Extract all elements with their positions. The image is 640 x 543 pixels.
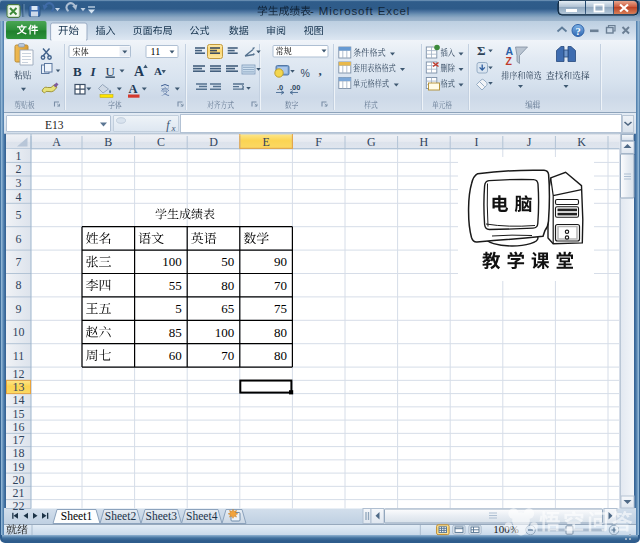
svg-text:K: K bbox=[577, 135, 586, 149]
svg-text:E13: E13 bbox=[45, 119, 64, 131]
svg-text:3: 3 bbox=[16, 176, 22, 190]
svg-text:A: A bbox=[52, 135, 61, 149]
svg-text:15: 15 bbox=[13, 407, 25, 421]
svg-text:100: 100 bbox=[215, 325, 235, 340]
svg-text:5: 5 bbox=[16, 208, 22, 222]
svg-text:D: D bbox=[209, 135, 218, 149]
svg-text:12: 12 bbox=[13, 367, 25, 381]
svg-text:1: 1 bbox=[16, 149, 22, 163]
svg-text:17: 17 bbox=[13, 433, 25, 447]
svg-text:B: B bbox=[73, 64, 82, 79]
svg-text:6: 6 bbox=[16, 232, 22, 246]
svg-text:E: E bbox=[262, 135, 269, 149]
svg-text:Sheet1: Sheet1 bbox=[61, 510, 93, 522]
svg-text:55: 55 bbox=[169, 278, 182, 293]
svg-text:I: I bbox=[475, 135, 479, 149]
svg-text:B: B bbox=[104, 135, 112, 149]
svg-text:80: 80 bbox=[221, 278, 234, 293]
svg-text:100: 100 bbox=[162, 254, 182, 269]
svg-text:x: x bbox=[171, 123, 176, 133]
svg-text:80: 80 bbox=[274, 348, 287, 363]
svg-text:Sheet4: Sheet4 bbox=[186, 510, 218, 522]
svg-text:A: A bbox=[129, 82, 138, 96]
svg-text:60: 60 bbox=[169, 348, 182, 363]
svg-text:%: % bbox=[301, 67, 310, 79]
svg-text:2: 2 bbox=[16, 162, 22, 176]
svg-text:18: 18 bbox=[13, 446, 25, 460]
svg-text:G: G bbox=[367, 135, 376, 149]
svg-text:22: 22 bbox=[13, 499, 25, 513]
svg-text:16: 16 bbox=[13, 420, 25, 434]
svg-text:?: ? bbox=[575, 26, 580, 37]
svg-text:50: 50 bbox=[221, 254, 234, 269]
svg-text:7: 7 bbox=[16, 255, 22, 269]
svg-text:85: 85 bbox=[169, 325, 182, 340]
svg-text:70: 70 bbox=[221, 348, 234, 363]
svg-text:Sheet3: Sheet3 bbox=[146, 510, 178, 522]
svg-text:.0: .0 bbox=[277, 83, 283, 92]
svg-text:70: 70 bbox=[274, 278, 287, 293]
svg-text:U: U bbox=[106, 64, 116, 79]
svg-text:Σ: Σ bbox=[477, 43, 486, 58]
svg-text:4: 4 bbox=[16, 190, 22, 204]
svg-text:- Microsoft Excel: - Microsoft Excel bbox=[310, 5, 410, 17]
svg-text:20: 20 bbox=[13, 473, 25, 487]
svg-text:H: H bbox=[420, 135, 429, 149]
svg-text:A: A bbox=[134, 64, 145, 79]
svg-text:Z: Z bbox=[506, 55, 513, 67]
svg-text:11: 11 bbox=[151, 46, 161, 57]
svg-text:8: 8 bbox=[16, 278, 22, 292]
svg-text:J: J bbox=[527, 135, 532, 149]
svg-text:14: 14 bbox=[13, 393, 25, 407]
svg-text:75: 75 bbox=[274, 301, 287, 316]
svg-text:90: 90 bbox=[274, 254, 287, 269]
svg-text:5: 5 bbox=[175, 301, 182, 316]
svg-text:10: 10 bbox=[13, 325, 25, 339]
svg-text:.00: .00 bbox=[290, 83, 300, 92]
svg-text:A: A bbox=[154, 65, 162, 77]
svg-text:11: 11 bbox=[13, 349, 25, 363]
svg-text:9: 9 bbox=[16, 302, 22, 316]
svg-text:C: C bbox=[157, 135, 165, 149]
svg-text:I: I bbox=[90, 64, 97, 79]
svg-text:Sheet2: Sheet2 bbox=[105, 510, 137, 522]
svg-text:13: 13 bbox=[13, 380, 25, 394]
svg-text:19: 19 bbox=[13, 460, 25, 474]
svg-text:80: 80 bbox=[274, 325, 287, 340]
svg-text:F: F bbox=[315, 135, 322, 149]
svg-text:,: , bbox=[319, 63, 322, 78]
svg-text:65: 65 bbox=[221, 301, 234, 316]
